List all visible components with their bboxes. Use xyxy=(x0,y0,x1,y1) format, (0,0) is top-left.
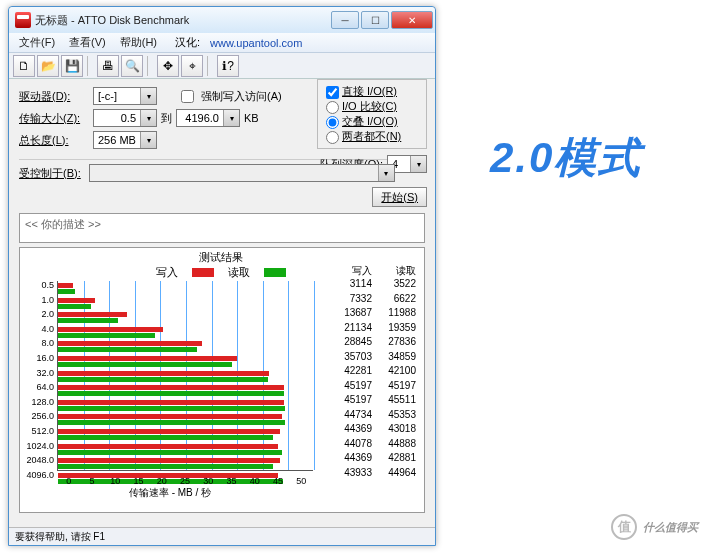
data-table: 写入读取 31143522733266221368711988211341935… xyxy=(332,264,420,481)
drive-label: 驱动器(D): xyxy=(19,89,89,104)
io-groupbox: 直接 I/O(R) I/O 比较(C) 交叠 I/O(O) 两者都不(N) xyxy=(317,79,427,149)
description-field[interactable]: << 你的描述 >> xyxy=(19,213,425,243)
config-pane: 驱动器(D): [-c-]▾ 强制写入访问(A) 传输大小(Z): 0.5▾ 到… xyxy=(9,79,435,209)
print-button[interactable]: 🖶 xyxy=(97,55,119,77)
preview-button[interactable]: 🔍 xyxy=(121,55,143,77)
force-write-label: 强制写入访问(A) xyxy=(201,89,282,104)
xfer-label: 传输大小(Z): xyxy=(19,111,89,126)
app-icon xyxy=(15,12,31,28)
kb-label: KB xyxy=(244,112,259,124)
read-swatch xyxy=(264,268,286,277)
io-neither-radio[interactable] xyxy=(326,131,339,144)
x-axis-title: 传输速率 - MB / 秒 xyxy=(22,486,318,500)
menu-file[interactable]: 文件(F) xyxy=(13,33,61,52)
menu-view[interactable]: 查看(V) xyxy=(63,33,112,52)
chart: 0.51.02.04.08.016.032.064.0128.0256.0512… xyxy=(22,278,318,488)
maximize-button[interactable]: ☐ xyxy=(361,11,389,29)
app-window: 无标题 - ATTO Disk Benchmark ─ ☐ ✕ 文件(F) 查看… xyxy=(8,6,436,546)
to-label: 到 xyxy=(161,111,172,126)
locate-button[interactable]: ⌖ xyxy=(181,55,203,77)
watermark: 值 什么值得买 xyxy=(611,514,698,540)
toolbar: 🗋 📂 💾 🖶 🔍 ✥ ⌖ ℹ? xyxy=(9,53,435,79)
start-button[interactable]: 开始(S) xyxy=(372,187,427,207)
window-title: 无标题 - ATTO Disk Benchmark xyxy=(35,13,325,28)
move-button[interactable]: ✥ xyxy=(157,55,179,77)
new-button[interactable]: 🗋 xyxy=(13,55,35,77)
io-overlap-radio[interactable] xyxy=(326,116,339,129)
minimize-button[interactable]: ─ xyxy=(331,11,359,29)
write-swatch xyxy=(192,268,214,277)
controlled-label: 受控制于(B): xyxy=(19,166,81,181)
menu-help[interactable]: 帮助(H) xyxy=(114,33,163,52)
mode-label: 2.0模式 xyxy=(490,130,642,186)
xfer-min-combo[interactable]: 0.5▾ xyxy=(93,109,157,127)
close-button[interactable]: ✕ xyxy=(391,11,433,29)
save-button[interactable]: 💾 xyxy=(61,55,83,77)
len-label: 总长度(L): xyxy=(19,133,89,148)
force-write-checkbox[interactable] xyxy=(181,90,194,103)
results-panel: 测试结果 写入 读取 0.51.02.04.08.016.032.064.012… xyxy=(19,247,425,513)
localize-link[interactable]: www.upantool.com xyxy=(210,37,302,49)
xfer-max-combo[interactable]: 4196.0▾ xyxy=(176,109,240,127)
localize-label: 汉化: xyxy=(175,35,200,50)
status-bar: 要获得帮助, 请按 F1 xyxy=(9,527,435,545)
titlebar[interactable]: 无标题 - ATTO Disk Benchmark ─ ☐ ✕ xyxy=(9,7,435,33)
direct-io-checkbox[interactable] xyxy=(326,86,339,99)
len-combo[interactable]: 256 MB▾ xyxy=(93,131,157,149)
watermark-text: 什么值得买 xyxy=(643,520,698,535)
open-button[interactable]: 📂 xyxy=(37,55,59,77)
about-button[interactable]: ℹ? xyxy=(217,55,239,77)
results-title: 测试结果 xyxy=(22,250,420,265)
drive-combo[interactable]: [-c-]▾ xyxy=(93,87,157,105)
controlled-combo[interactable]: ▾ xyxy=(89,164,395,182)
menubar: 文件(F) 查看(V) 帮助(H) 汉化: www.upantool.com xyxy=(9,33,435,53)
watermark-icon: 值 xyxy=(611,514,637,540)
io-compare-radio[interactable] xyxy=(326,101,339,114)
